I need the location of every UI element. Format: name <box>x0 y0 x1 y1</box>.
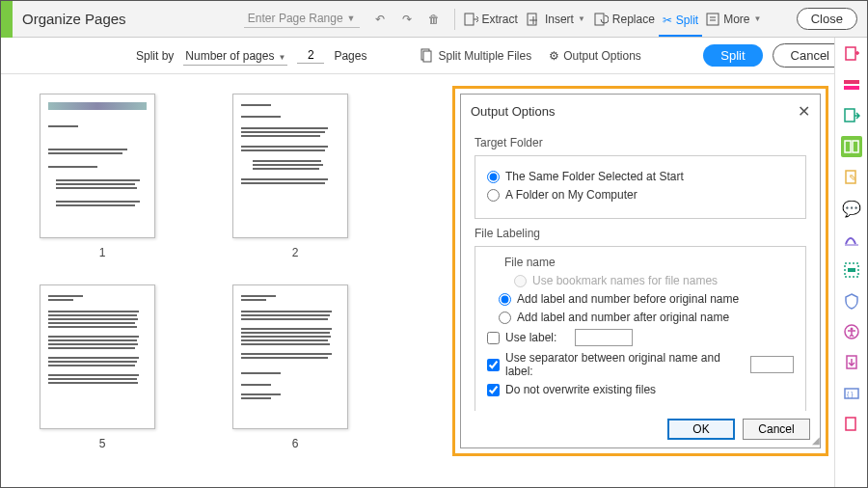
comment-icon[interactable]: 💬 <box>841 198 862 219</box>
caret-down-icon: ▼ <box>754 14 762 23</box>
svg-rect-1 <box>528 14 536 25</box>
use-label-option[interactable]: Use label: <box>487 329 794 346</box>
use-separator-checkbox[interactable] <box>487 359 500 371</box>
dialog-title: Output Options <box>471 104 555 119</box>
svg-point-20 <box>850 328 853 331</box>
split-by-label: Split by <box>136 49 174 63</box>
redo-icon[interactable]: ↷ <box>396 9 418 30</box>
fill-sign-icon[interactable]: ✎ <box>841 167 862 188</box>
target-folder-group: The Same Folder Selected at Start A Fold… <box>475 155 806 219</box>
close-button[interactable]: Close <box>797 8 857 30</box>
label-after-option[interactable]: Add label and number after original name <box>499 311 794 324</box>
create-pdf-icon[interactable] <box>841 43 862 65</box>
use-label-checkbox[interactable] <box>487 332 500 344</box>
svg-text:✎: ✎ <box>849 173 856 183</box>
same-folder-radio[interactable] <box>487 171 500 183</box>
svg-rect-0 <box>465 14 474 25</box>
same-folder-option[interactable]: The Same Folder Selected at Start <box>487 170 794 183</box>
svg-rect-9 <box>844 80 859 84</box>
output-options-label: Output Options <box>563 49 641 63</box>
insert-label: Insert <box>545 13 574 26</box>
replace-label: Replace <box>612 13 655 26</box>
extract-button[interactable]: Extract <box>459 10 522 29</box>
no-overwrite-checkbox[interactable] <box>487 384 500 396</box>
close-icon[interactable]: ✕ <box>798 102 810 121</box>
history-icons: ↶ ↷ 🗑 <box>369 9 459 30</box>
stamp-icon[interactable] <box>841 414 862 435</box>
svg-rect-3 <box>707 14 719 25</box>
page-thumbnail[interactable]: 1 <box>40 94 165 259</box>
more-icon <box>706 13 719 26</box>
bookmark-names-radio <box>514 275 527 287</box>
gear-icon: ⚙ <box>549 49 559 63</box>
split-button[interactable]: ✂ Split <box>659 12 702 37</box>
label-before-option[interactable]: Add label and number before original nam… <box>499 292 794 306</box>
output-options-button[interactable]: ⚙ Output Options <box>545 47 645 65</box>
split-action-button[interactable]: Split <box>703 44 762 67</box>
my-computer-option[interactable]: A Folder on My Computer <box>487 188 794 202</box>
bookmark-names-option: Use bookmark names for file names <box>514 274 794 287</box>
caret-down-icon: ▼ <box>279 53 286 62</box>
combine-icon[interactable] <box>841 74 862 95</box>
page-count-input[interactable] <box>297 47 324 64</box>
insert-button[interactable]: Insert ▼ <box>522 10 589 29</box>
svg-rect-10 <box>844 86 859 90</box>
more-label: More <box>723 13 749 26</box>
page-range-placeholder: Enter Page Range <box>248 12 343 25</box>
svg-text:{ }: { } <box>847 391 854 398</box>
separator <box>454 9 455 30</box>
export-icon[interactable] <box>841 105 862 126</box>
separator-text-input[interactable] <box>750 356 794 373</box>
split-multiple-label: Split Multiple Files <box>438 49 531 63</box>
split-mode-select[interactable]: Number of pages ▼ <box>183 49 287 63</box>
page-thumbnail[interactable]: 6 <box>232 285 358 450</box>
label-before-radio[interactable] <box>499 293 511 306</box>
my-computer-radio[interactable] <box>487 189 500 202</box>
svg-rect-24 <box>846 418 855 430</box>
tool-accent <box>1 1 13 38</box>
replace-button[interactable]: Replace <box>589 10 659 29</box>
file-labeling-group: File name Use bookmark names for file na… <box>475 246 806 411</box>
page-thumbnail[interactable]: 2 <box>232 94 358 259</box>
split-label: Split <box>676 14 698 27</box>
svg-rect-13 <box>853 141 858 152</box>
page-number: 1 <box>40 246 165 259</box>
split-options-bar: Split by Number of pages ▼ Pages Split M… <box>1 38 867 74</box>
javascript-icon[interactable]: { } <box>841 383 862 404</box>
pages-label: Pages <box>334 49 366 63</box>
redact-icon[interactable] <box>841 259 862 281</box>
svg-rect-7 <box>423 51 431 62</box>
undo-icon[interactable]: ↶ <box>369 9 391 30</box>
page-thumbnail[interactable]: 5 <box>40 285 165 450</box>
split-multiple-button[interactable]: Split Multiple Files <box>415 46 535 66</box>
output-options-highlight: Output Options ✕ Target Folder The Same … <box>452 86 828 456</box>
files-icon <box>419 48 434 64</box>
organize-pages-icon[interactable] <box>841 136 862 157</box>
cancel-button[interactable]: Cancel <box>743 419 810 440</box>
extract-label: Extract <box>482 13 518 26</box>
page-number: 5 <box>40 437 165 450</box>
label-after-radio[interactable] <box>499 312 511 324</box>
more-button[interactable]: More ▼ <box>702 11 765 28</box>
insert-icon <box>526 12 541 27</box>
svg-rect-11 <box>845 109 854 122</box>
svg-rect-12 <box>845 141 851 152</box>
accessibility-icon[interactable] <box>841 321 862 342</box>
page-range-input[interactable]: Enter Page Range ▼ <box>244 10 360 28</box>
label-text-input[interactable] <box>575 329 633 346</box>
protect-icon[interactable] <box>841 290 862 312</box>
use-separator-option[interactable]: Use separator between original name and … <box>487 351 794 378</box>
no-overwrite-option[interactable]: Do not overwrite existing files <box>487 383 794 396</box>
output-options-dialog: Output Options ✕ Target Folder The Same … <box>460 94 821 448</box>
page-number: 6 <box>232 437 358 450</box>
sign-icon[interactable] <box>841 229 862 250</box>
delete-icon[interactable]: 🗑 <box>423 9 445 30</box>
file-labeling-label: File Labeling <box>475 227 806 240</box>
file-name-label: File name <box>504 256 794 269</box>
svg-rect-8 <box>846 47 855 60</box>
optimize-icon[interactable] <box>841 352 862 373</box>
svg-rect-2 <box>595 14 604 25</box>
resize-grip[interactable]: ◢ <box>812 435 818 446</box>
ok-button[interactable]: OK <box>667 419 735 440</box>
tool-title: Organize Pages <box>22 11 126 27</box>
